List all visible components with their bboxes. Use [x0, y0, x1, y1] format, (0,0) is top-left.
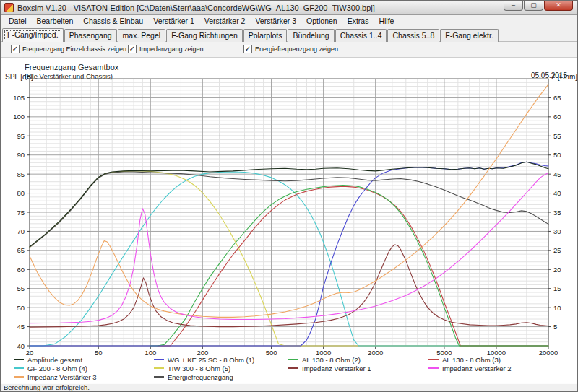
legend-swatch: [428, 367, 439, 369]
menu-item-bearbeiten[interactable]: Bearbeiten: [32, 16, 79, 26]
y-right-tick-label: 5: [553, 323, 557, 331]
plot-area: 4045505560657075808590951001055101520253…: [1, 58, 578, 384]
legend-item-impedanz-verst-rker-3: Impedanz Verstärker 3: [14, 373, 154, 381]
title-bar[interactable]: Boxsim V1.20 - VISATON-Edition [C:\Daten…: [1, 1, 577, 15]
tab-f-gang-elektr[interactable]: F-Gang elektr.: [440, 29, 499, 42]
legend-swatch: [154, 367, 164, 369]
legend-swatch: [288, 367, 298, 369]
y-right-tick-label: 10: [553, 304, 561, 312]
curve-energiefrequenzgang: [30, 172, 548, 248]
legend-label: AL 130 - 8 Ohm (2): [302, 356, 361, 364]
legend-label: Impedanz Verstärker 2: [442, 365, 512, 373]
legend-item-al-130-8-ohm-3: AL 130 - 8 Ohm (3): [428, 355, 512, 364]
checkbox-label: Energiefrequenzgang zeigen: [255, 45, 338, 53]
status-bar: Berechnung war erfolgreich.: [1, 383, 578, 391]
tab-bar: F-Gang/Imped.Phasengangmax. PegelF-Gang …: [1, 27, 577, 42]
y-left-tick-label: 80: [17, 189, 25, 197]
y-left-tick-label: 60: [17, 266, 25, 274]
y-right-tick-label: 55: [553, 132, 561, 140]
y-left-tick-label: 85: [17, 170, 25, 178]
y-left-tick-label: 65: [17, 246, 25, 254]
y-right-tick-label: 65: [553, 94, 561, 102]
curve-impedanz-verst-rker-2: [30, 173, 548, 323]
legend-column: AL 130 - 8 Ohm (3)Impedanz Verstärker 2: [428, 355, 512, 381]
tab-chassis-1-4[interactable]: Chassis 1..4: [335, 29, 387, 42]
chart-legend: Amplitude gesamtGF 200 - 8 Ohm (4)Impeda…: [14, 355, 512, 381]
legend-swatch: [288, 359, 298, 360]
menu-item-extras[interactable]: Extras: [342, 16, 374, 26]
tab-chassis-5-8[interactable]: Chassis 5..8: [387, 29, 439, 42]
menu-item-verst-rker-2[interactable]: Verstärker 2: [199, 16, 251, 26]
y-right-tick-label: 30: [553, 227, 561, 235]
y-right-tick-label: 35: [553, 209, 561, 217]
y-left-tick-label: 75: [17, 209, 25, 217]
legend-label: TIW 300 - 8 Ohm (5): [168, 365, 230, 373]
tab-f-gang-richtungen[interactable]: F-Gang Richtungen: [166, 29, 243, 42]
minimize-button[interactable]: –: [504, 1, 523, 11]
checkbox-energiefrequenzgang-zeigen[interactable]: ✓Energiefrequenzgang zeigen: [243, 45, 338, 53]
legend-label: Amplitude gesamt: [27, 356, 82, 364]
menu-item-datei[interactable]: Datei: [4, 16, 32, 26]
checkbox-frequenzgang-einzelchassis-zeigen[interactable]: ✓Frequenzgang Einzelchassis zeigen: [11, 45, 126, 53]
x-tick-label: 20000: [539, 349, 558, 357]
legend-label: WG + KE 25 SC - 8 Ohm (1): [168, 356, 254, 364]
maximize-button[interactable]: ▢: [524, 1, 543, 11]
checkbox-box[interactable]: ✓: [11, 45, 20, 53]
checkbox-strip: ✓Frequenzgang Einzelchassis zeigen✓Imped…: [1, 42, 577, 58]
checkbox-label: Frequenzgang Einzelchassis zeigen: [22, 45, 126, 53]
y-left-tick-label: 50: [17, 304, 25, 312]
legend-item-wg-ke-25-sc-8-ohm-1: WG + KE 25 SC - 8 Ohm (1): [154, 355, 288, 364]
menubar: DateiBearbeitenChassis & EinbauVerstärke…: [1, 15, 577, 27]
checkbox-impedanzgang-zeigen[interactable]: ✓Impedanzgang zeigen: [128, 45, 204, 53]
legend-item-gf-200-8-ohm-4: GF 200 - 8 Ohm (4): [14, 364, 154, 373]
y-left-tick-label: 95: [17, 132, 25, 140]
y-left-tick-label: 40: [17, 342, 25, 350]
legend-swatch: [428, 359, 439, 360]
menu-item-hilfe[interactable]: Hilfe: [374, 16, 399, 26]
checkbox-label: Impedanzgang zeigen: [139, 45, 204, 53]
tab-phasengang[interactable]: Phasengang: [64, 29, 117, 42]
menu-item-chassis-einbau[interactable]: Chassis & Einbau: [78, 16, 148, 26]
status-text: Berechnung war erfolgreich.: [1, 383, 578, 391]
legend-swatch: [14, 367, 24, 369]
legend-label: Energiefrequenzgang: [168, 373, 233, 381]
y-left-tick-label: 100: [13, 113, 25, 121]
y-right-tick-label: 60: [553, 113, 561, 121]
legend-item-al-130-8-ohm-2: AL 130 - 8 Ohm (2): [288, 355, 428, 364]
y-left-tick-label: 45: [17, 323, 25, 331]
legend-swatch: [154, 376, 164, 378]
legend-item-amplitude-gesamt: Amplitude gesamt: [14, 355, 154, 364]
legend-swatch: [14, 359, 24, 360]
legend-swatch: [154, 359, 164, 360]
menu-item-optionen[interactable]: Optionen: [301, 16, 342, 26]
legend-label: GF 200 - 8 Ohm (4): [27, 365, 87, 373]
app-icon: [4, 3, 14, 12]
legend-column: AL 130 - 8 Ohm (2)Impedanz Verstärker 1: [288, 355, 428, 381]
legend-label: Impedanz Verstärker 1: [302, 365, 371, 373]
curve-impedanz-verst-rker-1: [30, 245, 548, 327]
legend-column: Amplitude gesamtGF 200 - 8 Ohm (4)Impeda…: [14, 355, 154, 381]
tab-polarplots[interactable]: Polarplots: [243, 29, 288, 42]
y-right-tick-label: 25: [553, 246, 561, 254]
y-right-tick-label: 40: [553, 189, 561, 197]
checkbox-box[interactable]: ✓: [128, 45, 137, 53]
tab-max-pegel[interactable]: max. Pegel: [118, 29, 166, 42]
y-right-tick-label: 20: [553, 266, 561, 274]
legend-label: AL 130 - 8 Ohm (3): [442, 356, 501, 364]
y-right-tick-label: 50: [553, 151, 561, 159]
legend-label: Impedanz Verstärker 3: [27, 373, 97, 381]
menu-item-verst-rker-3[interactable]: Verstärker 3: [250, 16, 301, 26]
menu-item-verst-rker-1[interactable]: Verstärker 1: [148, 16, 199, 26]
tab-b-ndelung[interactable]: Bündelung: [288, 29, 334, 42]
y-right-tick-label: 15: [553, 284, 561, 292]
legend-item-energiefrequenzgang: Energiefrequenzgang: [154, 373, 288, 381]
y-right-tick-label: 45: [553, 170, 561, 178]
chart-panel: Frequenzgang Gesamtbox (alle Verstärker …: [1, 58, 578, 384]
y-left-tick-label: 105: [13, 94, 25, 102]
tab-f-gang-imped[interactable]: F-Gang/Imped.: [2, 28, 64, 43]
app-window: Boxsim V1.20 - VISATON-Edition [C:\Daten…: [0, 0, 578, 392]
checkbox-box[interactable]: ✓: [243, 45, 252, 53]
legend-column: WG + KE 25 SC - 8 Ohm (1)TIW 300 - 8 Ohm…: [154, 355, 288, 381]
close-button[interactable]: ✕: [544, 1, 573, 11]
curve-amplitude-gesamt: [30, 162, 548, 246]
